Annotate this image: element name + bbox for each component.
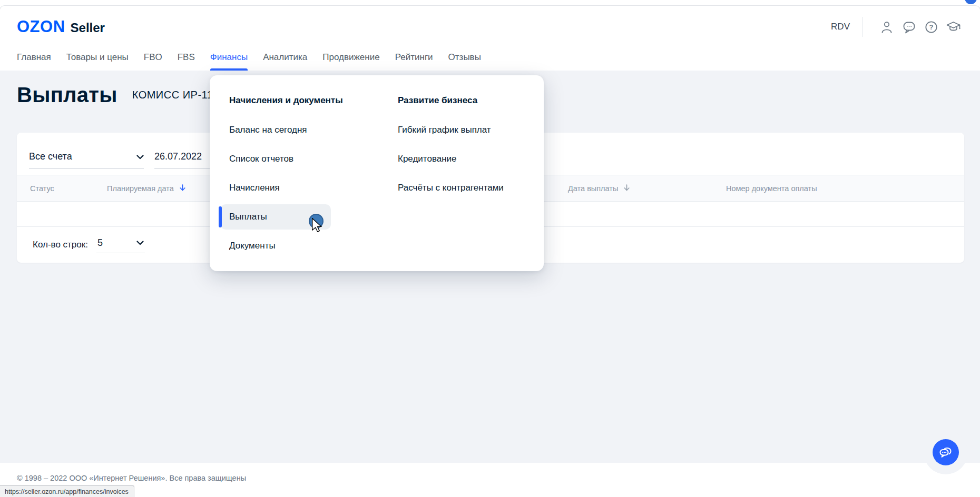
- accounts-select[interactable]: Все счета: [29, 144, 144, 169]
- sort-desc-icon[interactable]: [179, 184, 187, 193]
- support-chat-button[interactable]: [933, 439, 959, 465]
- menu-header-business: Развитие бизнеса: [398, 86, 535, 115]
- menu-item-gibkiy-grafik[interactable]: Гибкий график выплат: [398, 115, 535, 144]
- logo-seller-text: Seller: [71, 21, 105, 35]
- education-button[interactable]: [942, 18, 964, 36]
- nav-analitika[interactable]: Аналитика: [263, 52, 307, 71]
- app-window: OZON Seller RDV: [0, 5, 980, 497]
- nav-fbs[interactable]: FBS: [178, 52, 195, 71]
- chat-fab-icon: [938, 445, 953, 460]
- status-url: https://seller.ozon.ru/app/finances/invo…: [5, 488, 129, 495]
- rows-per-page-label: Кол-во строк:: [33, 240, 88, 250]
- chevron-down-icon: [136, 238, 144, 247]
- menu-column-business: Развитие бизнеса Гибкий график выплат Кр…: [398, 86, 535, 202]
- rows-per-page-select[interactable]: 5: [96, 236, 145, 253]
- nav-reytingi[interactable]: Рейтинги: [395, 52, 433, 71]
- date-filter-value: 26.07.2022: [154, 151, 202, 162]
- nav-finansy[interactable]: Финансы: [210, 52, 248, 71]
- menu-item-kreditovanie[interactable]: Кредитование: [398, 144, 535, 173]
- main-nav: Главная Товары и цены FBO FBS Финансы Ан…: [17, 52, 481, 71]
- chat-icon: [902, 20, 916, 34]
- ozon-seller-app: OZON Seller RDV: [0, 0, 980, 497]
- menu-item-nachisleniya[interactable]: Начисления: [229, 173, 366, 202]
- nav-otzyvy[interactable]: Отзывы: [448, 52, 481, 71]
- link-status-tooltip: https://seller.ozon.ru/app/finances/invo…: [0, 485, 134, 497]
- menu-column-accruals: Начисления и документы Баланс на сегодня…: [229, 86, 366, 260]
- column-planned-date[interactable]: Планируемая дата: [107, 175, 187, 202]
- logo-ozon-text: OZON: [17, 17, 65, 36]
- main-content: Выплаты КОМИСС ИР-118 Все счета 26.07.20…: [0, 71, 980, 463]
- menu-item-vyplaty[interactable]: Выплаты: [229, 202, 366, 231]
- finance-dropdown-menu: Начисления и документы Баланс на сегодня…: [210, 75, 544, 271]
- page-subtitle: КОМИСС ИР-118: [132, 89, 219, 101]
- help-icon: ?: [924, 20, 938, 34]
- chevron-down-icon: [136, 151, 144, 162]
- chat-button[interactable]: [898, 18, 920, 36]
- ozon-seller-logo[interactable]: OZON Seller: [17, 17, 105, 36]
- education-icon: [946, 20, 961, 34]
- menu-item-balans-na-segodnya[interactable]: Баланс на сегодня: [229, 115, 366, 144]
- nav-glavnaya[interactable]: Главная: [17, 52, 51, 71]
- menu-item-spisok-otchetov[interactable]: Список отчетов: [229, 144, 366, 173]
- sort-desc-icon[interactable]: [623, 184, 631, 193]
- notification-dot: [965, 0, 977, 4]
- profile-icon: [880, 20, 894, 34]
- svg-text:?: ?: [929, 23, 933, 31]
- menu-item-dokumenty[interactable]: Документы: [229, 231, 366, 260]
- menu-item-raschety[interactable]: Расчёты с контрагентами: [398, 173, 535, 202]
- help-button[interactable]: ?: [920, 18, 942, 36]
- header: OZON Seller RDV: [0, 6, 980, 71]
- footer: © 1998 – 2022 ООО «Интернет Решения». Вс…: [0, 463, 980, 497]
- column-payment-date[interactable]: Дата выплаты: [568, 175, 631, 202]
- rows-per-page-value: 5: [97, 237, 103, 248]
- nav-fbo[interactable]: FBO: [144, 52, 162, 71]
- menu-header-accruals: Начисления и документы: [229, 86, 366, 115]
- profile-button[interactable]: [876, 18, 898, 36]
- account-id[interactable]: RDV: [831, 22, 850, 32]
- column-doc-number: Номер документа оплаты: [726, 175, 817, 202]
- mouse-cursor: [312, 218, 322, 234]
- nav-prodvizhenie[interactable]: Продвижение: [322, 52, 379, 71]
- header-divider: [863, 17, 863, 37]
- page-title: Выплаты: [17, 83, 117, 107]
- column-status: Статус: [30, 175, 54, 202]
- nav-tovary-i-ceny[interactable]: Товары и цены: [66, 52, 129, 71]
- copyright-text: © 1998 – 2022 ООО «Интернет Решения». Вс…: [17, 474, 246, 482]
- accounts-select-value: Все счета: [29, 151, 72, 162]
